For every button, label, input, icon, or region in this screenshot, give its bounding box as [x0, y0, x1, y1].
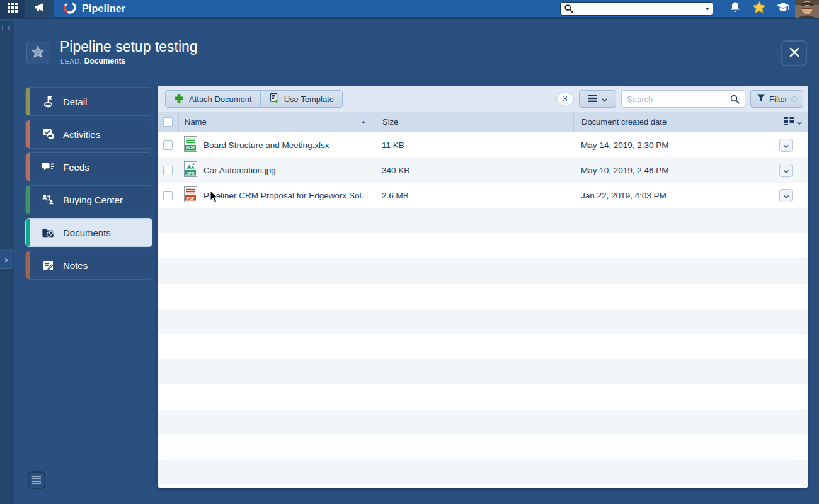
chevron-down-icon — [784, 191, 789, 200]
sidebar-item-feeds[interactable]: Feeds — [25, 152, 152, 181]
pipeliner-logo-icon — [62, 0, 77, 18]
row-checkbox[interactable] — [163, 166, 173, 175]
notes-icon — [41, 258, 55, 272]
row-actions-button[interactable] — [779, 164, 793, 177]
record-tabs-sidebar: Detail Activities — [25, 87, 152, 280]
detail-icon — [41, 94, 55, 108]
tab-color-stripe — [26, 120, 30, 148]
svg-text:JPG: JPG — [186, 171, 194, 175]
column-header-name[interactable]: Name ▲ — [178, 112, 374, 132]
filter-button[interactable]: Filter — [750, 90, 803, 108]
search-dropdown-caret-icon[interactable]: ▾ — [706, 6, 709, 12]
sidebar-item-label: Buying Center — [63, 195, 123, 205]
column-header-size[interactable]: Size — [374, 112, 573, 132]
svg-text:PDF: PDF — [187, 197, 195, 200]
table-row[interactable]: PDF Pipeliner CRM Proposal for Edgeworx … — [158, 183, 808, 208]
favorite-record-button[interactable] — [26, 42, 49, 64]
attach-document-label: Attach Document — [189, 94, 252, 104]
document-name[interactable]: Pipeliner CRM Proposal for Edgeworx Sol.… — [203, 191, 369, 200]
sidebar-item-label: Detail — [63, 96, 87, 107]
notifications-button[interactable] — [723, 0, 747, 18]
documents-toolbar: Attach Document Use Template 3 — [158, 86, 808, 112]
documents-search — [621, 90, 745, 108]
row-actions-button[interactable] — [779, 139, 793, 152]
documents-search-input[interactable] — [627, 94, 730, 104]
record-type-label: LEAD: — [60, 57, 82, 65]
column-label: Name — [185, 117, 207, 127]
filter-state-dot — [791, 96, 797, 102]
document-size: 11 KB — [374, 132, 573, 158]
list-view-button[interactable] — [579, 90, 616, 108]
user-avatar[interactable] — [795, 0, 819, 18]
sidebar-item-buying-center[interactable]: Buying Center — [25, 185, 152, 214]
graduation-cap-icon — [776, 2, 790, 16]
sidebar-item-label: Feeds — [63, 162, 89, 173]
column-label: Size — [382, 117, 398, 127]
expand-rail-button[interactable]: › — [0, 249, 13, 269]
global-search: ▾ — [560, 2, 713, 16]
chevron-down-icon — [784, 140, 789, 150]
plus-icon — [174, 93, 184, 105]
bell-icon — [730, 1, 741, 16]
app-grid-button[interactable] — [0, 0, 25, 18]
use-template-button[interactable]: Use Template — [260, 91, 342, 107]
chevron-down-icon — [784, 166, 789, 175]
sidebar-menu-button[interactable] — [28, 471, 45, 489]
feeds-icon — [41, 160, 55, 174]
favorites-button[interactable] — [747, 0, 771, 18]
sidebar-item-detail[interactable]: Detail — [25, 87, 152, 116]
global-search-input[interactable] — [575, 4, 706, 13]
document-created-date: May 10, 2019, 2:46 PM — [573, 158, 774, 183]
app-window: Pipeliner ▾ — [0, 0, 819, 504]
funnel-icon — [757, 94, 765, 104]
list-view-icon — [588, 93, 597, 105]
document-name[interactable]: Car Automation.jpg — [203, 166, 276, 175]
announcements-button[interactable] — [25, 0, 54, 18]
row-checkbox[interactable] — [163, 140, 173, 150]
sidebar-item-label: Documents — [63, 227, 111, 238]
tab-color-stripe — [26, 153, 30, 181]
close-record-button[interactable] — [781, 40, 807, 66]
record-star-icon — [31, 45, 45, 61]
tab-color-stripe — [26, 251, 30, 279]
tab-color-stripe — [26, 219, 30, 246]
attach-document-button[interactable]: Attach Document — [166, 91, 260, 107]
table-row[interactable]: JPG Car Automation.jpg 340 KB May 10, 20… — [158, 158, 808, 183]
side-panel-toggle-icon[interactable] — [2, 25, 11, 32]
app-grid-icon — [8, 3, 18, 15]
tab-color-stripe — [26, 186, 30, 214]
document-created-date: Jan 22, 2019, 4:03 PM — [573, 183, 774, 208]
active-tab-label: Documents — [84, 57, 125, 66]
file-icon-pdf: PDF — [184, 186, 197, 204]
select-all-checkbox[interactable] — [163, 117, 173, 127]
table-row[interactable]: XLSX Board Structure and Meeting.xlsx 11… — [158, 132, 808, 158]
academy-button[interactable] — [771, 0, 795, 18]
columns-icon — [784, 117, 794, 127]
sidebar-item-documents[interactable]: Documents — [25, 218, 152, 247]
record-breadcrumb: LEAD:Documents — [60, 57, 125, 66]
document-actions-group: Attach Document Use Template — [165, 90, 343, 108]
template-document-icon — [269, 93, 279, 105]
chevron-right-icon: › — [5, 254, 8, 265]
chevron-down-icon — [602, 93, 607, 105]
megaphone-icon — [34, 2, 45, 16]
column-header-created[interactable]: Document created date — [573, 112, 774, 132]
favorite-star-icon — [752, 1, 766, 16]
sidebar-item-label: Notes — [63, 260, 88, 271]
document-name[interactable]: Board Structure and Meeting.xlsx — [203, 140, 329, 150]
documents-panel: Attach Document Use Template 3 — [158, 86, 808, 488]
row-checkbox[interactable] — [163, 191, 173, 200]
row-actions-button[interactable] — [779, 189, 793, 202]
sidebar-item-label: Activities — [63, 129, 100, 140]
sidebar-item-notes[interactable]: Notes — [25, 251, 152, 280]
column-chooser-button[interactable] — [784, 117, 802, 127]
app-logo[interactable]: Pipeliner — [62, 0, 125, 18]
file-icon-xlsx: XLSX — [184, 136, 197, 154]
record-count-badge: 3 — [556, 93, 574, 105]
sidebar-item-activities[interactable]: Activities — [25, 120, 152, 149]
table-header: Name ▲ Size Document created date — [158, 112, 808, 132]
search-icon — [730, 94, 740, 104]
document-size: 340 KB — [374, 158, 573, 183]
use-template-label: Use Template — [284, 94, 334, 104]
buying-center-icon — [41, 193, 55, 207]
